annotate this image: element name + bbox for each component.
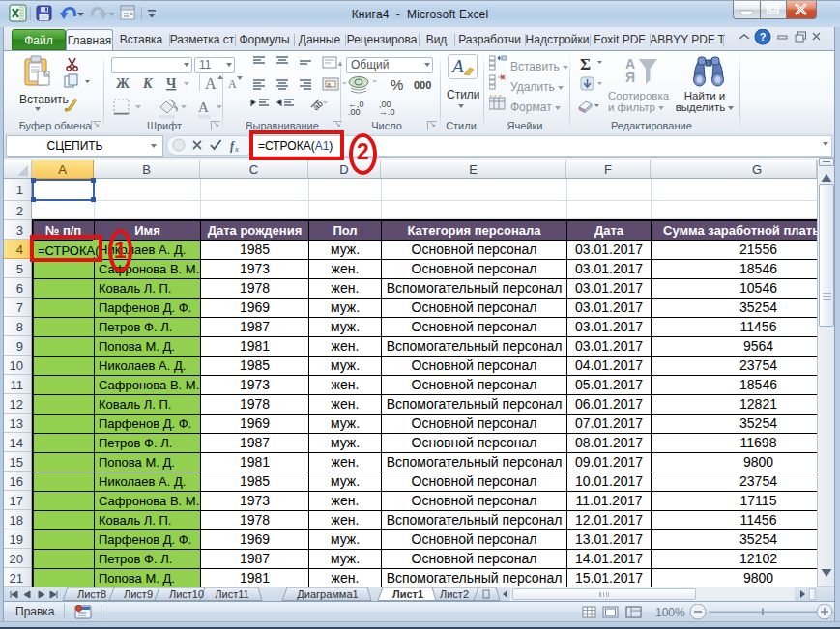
svg-text:Лист2: Лист2	[440, 588, 469, 600]
svg-text:Лист10: Лист10	[169, 588, 204, 600]
svg-text:,00: ,00	[348, 107, 361, 115]
svg-text:Σ: Σ	[580, 55, 591, 73]
svg-text:%: %	[391, 76, 403, 93]
svg-text:x: x	[234, 144, 239, 154]
svg-text:→,0: →,0	[379, 107, 395, 115]
svg-text:К: К	[142, 76, 154, 91]
svg-text:Лист1: Лист1	[392, 588, 423, 600]
svg-text:Лист9: Лист9	[124, 588, 153, 600]
svg-text:?: ?	[760, 31, 767, 43]
svg-text:А: А	[228, 77, 237, 91]
svg-text:000: 000	[414, 79, 431, 91]
svg-text:Лист11: Лист11	[215, 588, 248, 600]
svg-text:a: a	[327, 81, 331, 88]
svg-text:А: А	[198, 100, 209, 115]
svg-text:Ч: Ч	[166, 76, 177, 91]
svg-text:ab: ab	[311, 99, 325, 112]
svg-text:A: A	[450, 56, 464, 76]
svg-text:Ж: Ж	[116, 76, 130, 91]
svg-text:А: А	[205, 75, 217, 92]
svg-text:Я: Я	[625, 70, 635, 85]
svg-text:Лист8: Лист8	[77, 588, 106, 600]
svg-text:Диаграмма1: Диаграмма1	[297, 588, 358, 600]
